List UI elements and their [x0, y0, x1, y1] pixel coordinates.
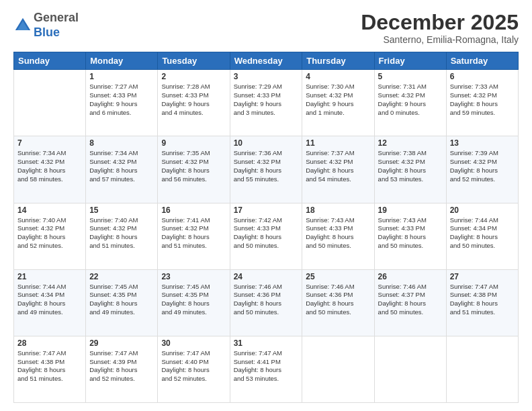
day-info: Sunrise: 7:45 AMSunset: 4:35 PMDaylight:…: [89, 283, 154, 317]
day-info: Sunrise: 7:43 AMSunset: 4:33 PMDaylight:…: [306, 216, 370, 250]
col-header-thursday: Thursday: [302, 52, 374, 70]
day-number: 28: [17, 338, 82, 348]
calendar-cell: 19Sunrise: 7:43 AMSunset: 4:33 PMDayligh…: [374, 203, 446, 269]
calendar-cell: 4Sunrise: 7:30 AMSunset: 4:32 PMDaylight…: [302, 70, 374, 136]
day-number: 4: [306, 72, 370, 81]
calendar-week-row: 28Sunrise: 7:47 AMSunset: 4:38 PMDayligh…: [14, 336, 519, 402]
day-number: 16: [161, 205, 226, 215]
day-info: Sunrise: 7:47 AMSunset: 4:38 PMDaylight:…: [17, 349, 82, 383]
calendar-cell: [302, 336, 374, 402]
calendar-cell: 12Sunrise: 7:38 AMSunset: 4:32 PMDayligh…: [374, 136, 446, 203]
day-info: Sunrise: 7:27 AMSunset: 4:33 PMDaylight:…: [89, 83, 154, 117]
day-number: 9: [161, 138, 226, 148]
day-info: Sunrise: 7:46 AMSunset: 4:36 PMDaylight:…: [306, 283, 370, 317]
logo-blue-text: Blue: [34, 26, 60, 39]
day-number: 7: [17, 138, 82, 148]
calendar-week-row: 14Sunrise: 7:40 AMSunset: 4:32 PMDayligh…: [14, 203, 519, 269]
calendar-cell: 3Sunrise: 7:29 AMSunset: 4:33 PMDaylight…: [230, 70, 302, 136]
day-number: 15: [89, 205, 154, 215]
day-number: 30: [161, 338, 226, 348]
day-number: 3: [234, 72, 299, 81]
day-info: Sunrise: 7:46 AMSunset: 4:36 PMDaylight:…: [234, 283, 299, 317]
col-header-monday: Monday: [86, 52, 158, 70]
day-number: 31: [234, 338, 299, 348]
day-number: 29: [89, 338, 154, 348]
day-number: 23: [161, 272, 226, 281]
calendar-cell: 24Sunrise: 7:46 AMSunset: 4:36 PMDayligh…: [230, 269, 302, 336]
day-info: Sunrise: 7:41 AMSunset: 4:32 PMDaylight:…: [161, 216, 226, 250]
calendar-cell: 1Sunrise: 7:27 AMSunset: 4:33 PMDaylight…: [86, 70, 158, 136]
day-info: Sunrise: 7:29 AMSunset: 4:33 PMDaylight:…: [234, 83, 299, 117]
calendar-cell: 21Sunrise: 7:44 AMSunset: 4:34 PMDayligh…: [14, 269, 86, 336]
logo: General Blue: [13, 11, 79, 40]
day-info: Sunrise: 7:43 AMSunset: 4:33 PMDaylight:…: [378, 216, 443, 250]
day-number: 1: [89, 72, 154, 81]
day-number: 14: [17, 205, 82, 215]
location: Santerno, Emilia-Romagna, Italy: [361, 34, 519, 45]
month-title: December 2025: [361, 11, 519, 34]
calendar-week-row: 21Sunrise: 7:44 AMSunset: 4:34 PMDayligh…: [14, 269, 519, 336]
day-info: Sunrise: 7:34 AMSunset: 4:32 PMDaylight:…: [17, 149, 82, 183]
day-info: Sunrise: 7:46 AMSunset: 4:37 PMDaylight:…: [378, 283, 443, 317]
calendar-cell: [374, 336, 446, 402]
calendar-cell: 8Sunrise: 7:34 AMSunset: 4:32 PMDaylight…: [86, 136, 158, 203]
calendar-cell: 27Sunrise: 7:47 AMSunset: 4:38 PMDayligh…: [446, 269, 518, 336]
calendar-cell: 6Sunrise: 7:33 AMSunset: 4:32 PMDaylight…: [446, 70, 518, 136]
day-info: Sunrise: 7:34 AMSunset: 4:32 PMDaylight:…: [89, 149, 154, 183]
day-number: 17: [234, 205, 299, 215]
col-header-saturday: Saturday: [446, 52, 518, 70]
calendar-cell: 25Sunrise: 7:46 AMSunset: 4:36 PMDayligh…: [302, 269, 374, 336]
day-number: 20: [450, 205, 515, 215]
day-info: Sunrise: 7:42 AMSunset: 4:33 PMDaylight:…: [234, 216, 299, 250]
day-number: 12: [378, 138, 443, 148]
calendar-cell: 14Sunrise: 7:40 AMSunset: 4:32 PMDayligh…: [14, 203, 86, 269]
day-number: 25: [306, 272, 370, 281]
day-info: Sunrise: 7:33 AMSunset: 4:32 PMDaylight:…: [450, 83, 515, 117]
calendar-week-row: 1Sunrise: 7:27 AMSunset: 4:33 PMDaylight…: [14, 70, 519, 136]
header: General Blue December 2025 Santerno, Emi…: [13, 11, 519, 45]
calendar-cell: 17Sunrise: 7:42 AMSunset: 4:33 PMDayligh…: [230, 203, 302, 269]
calendar-cell: 16Sunrise: 7:41 AMSunset: 4:32 PMDayligh…: [158, 203, 230, 269]
logo-general-text: General: [34, 11, 79, 24]
day-info: Sunrise: 7:47 AMSunset: 4:40 PMDaylight:…: [161, 349, 226, 383]
day-info: Sunrise: 7:39 AMSunset: 4:32 PMDaylight:…: [450, 149, 515, 183]
calendar-cell: 15Sunrise: 7:40 AMSunset: 4:32 PMDayligh…: [86, 203, 158, 269]
day-number: 18: [306, 205, 370, 215]
day-info: Sunrise: 7:47 AMSunset: 4:41 PMDaylight:…: [234, 349, 299, 383]
calendar-cell: 10Sunrise: 7:36 AMSunset: 4:32 PMDayligh…: [230, 136, 302, 203]
day-number: 24: [234, 272, 299, 281]
col-header-wednesday: Wednesday: [230, 52, 302, 70]
col-header-friday: Friday: [374, 52, 446, 70]
day-info: Sunrise: 7:37 AMSunset: 4:32 PMDaylight:…: [306, 149, 370, 183]
day-info: Sunrise: 7:31 AMSunset: 4:32 PMDaylight:…: [378, 83, 443, 117]
day-info: Sunrise: 7:40 AMSunset: 4:32 PMDaylight:…: [89, 216, 154, 250]
calendar-cell: 30Sunrise: 7:47 AMSunset: 4:40 PMDayligh…: [158, 336, 230, 402]
calendar-cell: [14, 70, 86, 136]
day-info: Sunrise: 7:36 AMSunset: 4:32 PMDaylight:…: [234, 149, 299, 183]
title-block: December 2025 Santerno, Emilia-Romagna, …: [361, 11, 519, 45]
day-info: Sunrise: 7:40 AMSunset: 4:32 PMDaylight:…: [17, 216, 82, 250]
calendar-cell: 26Sunrise: 7:46 AMSunset: 4:37 PMDayligh…: [374, 269, 446, 336]
day-number: 2: [161, 72, 226, 81]
calendar-cell: 13Sunrise: 7:39 AMSunset: 4:32 PMDayligh…: [446, 136, 518, 203]
day-info: Sunrise: 7:30 AMSunset: 4:32 PMDaylight:…: [306, 83, 370, 117]
day-info: Sunrise: 7:45 AMSunset: 4:35 PMDaylight:…: [161, 283, 226, 317]
logo-icon: [13, 16, 32, 35]
col-header-tuesday: Tuesday: [158, 52, 230, 70]
day-number: 6: [450, 72, 515, 81]
day-number: 19: [378, 205, 443, 215]
calendar-cell: 7Sunrise: 7:34 AMSunset: 4:32 PMDaylight…: [14, 136, 86, 203]
calendar-cell: 23Sunrise: 7:45 AMSunset: 4:35 PMDayligh…: [158, 269, 230, 336]
day-info: Sunrise: 7:47 AMSunset: 4:39 PMDaylight:…: [89, 349, 154, 383]
day-number: 10: [234, 138, 299, 148]
calendar-cell: 28Sunrise: 7:47 AMSunset: 4:38 PMDayligh…: [14, 336, 86, 402]
day-info: Sunrise: 7:38 AMSunset: 4:32 PMDaylight:…: [378, 149, 443, 183]
calendar-cell: 22Sunrise: 7:45 AMSunset: 4:35 PMDayligh…: [86, 269, 158, 336]
day-number: 8: [89, 138, 154, 148]
page-container: General Blue December 2025 Santerno, Emi…: [0, 0, 532, 411]
day-number: 11: [306, 138, 370, 148]
calendar-cell: 20Sunrise: 7:44 AMSunset: 4:34 PMDayligh…: [446, 203, 518, 269]
calendar-cell: 31Sunrise: 7:47 AMSunset: 4:41 PMDayligh…: [230, 336, 302, 402]
day-number: 21: [17, 272, 82, 281]
calendar-cell: 9Sunrise: 7:35 AMSunset: 4:32 PMDaylight…: [158, 136, 230, 203]
